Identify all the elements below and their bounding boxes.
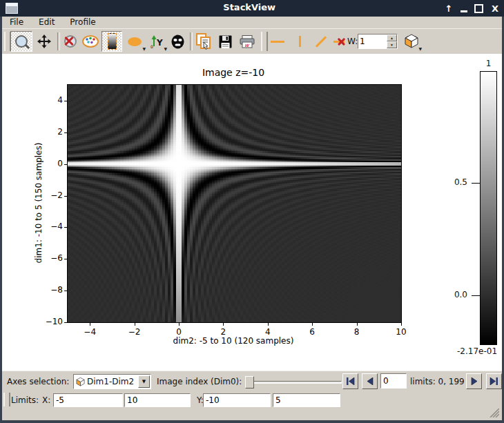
add-vline-button[interactable] <box>290 31 309 52</box>
plot-title: Image z=-10 <box>202 67 264 78</box>
index-value-field[interactable] <box>380 373 407 388</box>
x-min-input[interactable] <box>54 394 122 406</box>
y-tick-label: 0 <box>41 159 63 168</box>
x-tick-label: −2 <box>128 327 141 337</box>
x-tick-label: 10 <box>396 327 406 337</box>
slider-groove[interactable] <box>245 381 342 384</box>
toolbar: ▼ Y 0 ▼ <box>2 28 502 55</box>
remove-line-icon <box>333 36 347 47</box>
mask-button[interactable] <box>168 31 188 52</box>
y-tick-label: −10 <box>41 317 63 326</box>
svg-text:Y: Y <box>156 38 163 48</box>
y-tick-mark <box>64 164 67 165</box>
toolbar-handle[interactable] <box>261 32 268 51</box>
next-index-button[interactable] <box>466 373 482 389</box>
autoscale-y-button[interactable]: Y 0 ▼ <box>146 31 167 52</box>
next-icon <box>471 377 478 385</box>
previous-index-button[interactable] <box>362 373 378 389</box>
cube-3d-icon <box>403 34 420 49</box>
image-index-slider[interactable] <box>245 375 342 389</box>
maximize-button[interactable] <box>474 4 483 13</box>
index-value-input[interactable] <box>381 374 406 388</box>
menubar: File Edit Profile <box>2 17 502 29</box>
previous-icon <box>367 377 374 385</box>
limits-toolbar-handle[interactable] <box>3 393 10 406</box>
zoom-icon <box>15 35 28 48</box>
x-tick-mark <box>179 323 180 326</box>
y-max-input[interactable] <box>273 394 340 406</box>
y-tick-mark <box>64 101 67 101</box>
pan-button[interactable] <box>34 31 55 52</box>
menu-profile[interactable]: Profile <box>62 17 103 28</box>
first-index-button[interactable] <box>342 373 358 389</box>
palette-button[interactable] <box>80 31 101 52</box>
x-tick-label: 2 <box>221 327 226 337</box>
window-menu-icon[interactable] <box>6 3 18 14</box>
axes-selection-combobox[interactable]: Dim1-Dim2 ▼ <box>73 374 151 389</box>
clear-plot-button[interactable] <box>60 31 80 52</box>
mask-icon <box>171 35 184 49</box>
last-index-button[interactable] <box>486 373 502 389</box>
minimize-button[interactable] <box>461 10 467 12</box>
add-hline-icon <box>271 41 284 43</box>
cube-3d-button[interactable]: ▼ <box>401 31 422 52</box>
add-line-button[interactable] <box>311 31 331 52</box>
colorbar-toggle-button[interactable] <box>101 31 122 52</box>
add-hline-button[interactable] <box>268 31 287 52</box>
copy-plot-button[interactable] <box>193 31 214 52</box>
window-icon-strip <box>6 3 17 6</box>
save-button[interactable] <box>215 31 235 52</box>
x-max-field[interactable] <box>124 393 191 407</box>
y-min-input[interactable] <box>204 394 270 406</box>
x-tick-label: 0 <box>176 327 182 337</box>
x-tick-mark <box>357 323 358 326</box>
x-tick-mark <box>401 323 402 326</box>
shade-button[interactable]: ↑ <box>444 3 454 14</box>
spin-down-icon[interactable]: ▼ <box>387 41 397 48</box>
dropdown-arrow-icon: ▼ <box>164 47 167 51</box>
chevron-down-icon: ▼ <box>142 379 146 384</box>
x-tick-label: 6 <box>309 327 315 337</box>
save-icon <box>219 35 232 48</box>
print-button[interactable]: w <box>237 31 257 52</box>
menu-edit[interactable]: Edit <box>31 17 62 28</box>
resize-grip[interactable] <box>489 409 499 417</box>
slider-handle[interactable] <box>245 376 254 388</box>
limits-x-label: X: <box>42 395 50 405</box>
line-width-spinbox[interactable]: ▲ ▼ <box>358 34 398 49</box>
y-tick-label: −2 <box>41 190 63 200</box>
svg-text:0: 0 <box>151 43 153 48</box>
y-tick-label: 4 <box>41 95 63 105</box>
y-min-field[interactable] <box>203 393 271 407</box>
zoom-button[interactable] <box>10 31 32 52</box>
x-min-field[interactable] <box>53 393 123 407</box>
window-title: StackView <box>223 2 275 12</box>
x-tick-mark <box>268 323 269 326</box>
autoscale-y-icon: Y 0 <box>150 35 164 48</box>
pan-icon <box>37 35 51 48</box>
colorbar-max-label: 1 <box>480 59 497 68</box>
spin-up-icon[interactable]: ▲ <box>387 35 397 41</box>
y-tick-mark <box>64 227 67 228</box>
y-tick-label: −6 <box>41 253 63 263</box>
y-tick-label: −4 <box>41 222 63 231</box>
index-limits-label: limits: 0, 199 <box>410 377 465 386</box>
x-max-input[interactable] <box>125 394 190 406</box>
x-tick-label: 4 <box>265 327 271 337</box>
image-index-label: Image index (Dim0): <box>157 377 242 386</box>
line-width-input[interactable] <box>358 35 387 48</box>
palette-icon <box>82 35 99 48</box>
plot-axes <box>67 84 402 323</box>
close-button[interactable]: X <box>490 3 500 14</box>
menu-file[interactable]: File <box>2 17 31 28</box>
y-tick-mark <box>64 291 67 291</box>
last-icon <box>490 377 498 385</box>
y-max-field[interactable] <box>273 393 340 407</box>
ellipse-roi-button[interactable]: ▼ <box>124 31 146 52</box>
colorbar-tick-label: 0.0 <box>441 290 467 299</box>
x-tick-mark <box>90 323 90 326</box>
y-tick-mark <box>64 322 67 323</box>
heatmap-image[interactable] <box>68 85 401 322</box>
colorbar-tick-mark <box>472 295 480 296</box>
combo-dropdown-button[interactable]: ▼ <box>138 375 150 388</box>
